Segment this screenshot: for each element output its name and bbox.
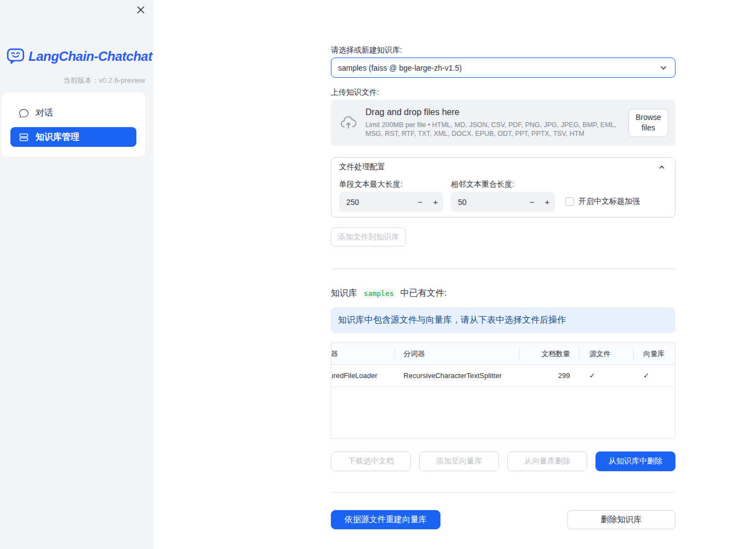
dropzone-hint: Limit 200MB per file • HTML, MD, JSON, C… [365, 121, 623, 138]
column-header-loader: 文档加载器 [331, 343, 394, 364]
cell-splitter: RecursiveCharacterTextSplitter [394, 365, 519, 386]
sidebar: LangChain-Chatchat 当前版本：v0.2.6-preview 对… [0, 0, 153, 549]
column-header-vector-store: 向量库 [633, 343, 675, 364]
table-row[interactable]: UnstructuredFileLoader RecursiveCharacte… [331, 365, 675, 387]
sidebar-close-button[interactable] [136, 5, 146, 15]
chunk-overlap-input[interactable]: 50 − + [451, 192, 555, 212]
chunk-overlap-decrement-button[interactable]: − [524, 192, 540, 212]
sidebar-item-label: 对话 [36, 107, 53, 119]
dropzone-title: Drag and drop files here [365, 107, 623, 117]
chunk-size-label: 单段文本最大长度: [339, 180, 403, 190]
divider [331, 268, 675, 269]
rebuild-vector-store-button[interactable]: 依据源文件重建向量库 [331, 510, 440, 529]
sidebar-menu: 对话 知识库管理 [2, 93, 145, 157]
sidebar-item-label: 知识库管理 [36, 131, 79, 143]
kb-files-table[interactable]: 文档加载器 分词器 文档数量 源文件 向量库 UnstructuredFileL… [331, 342, 675, 439]
zh-title-enhance-checkbox[interactable] [565, 197, 574, 206]
cloud-upload-icon [340, 116, 358, 130]
sidebar-item-kb-management[interactable]: 知识库管理 [10, 127, 136, 147]
file-dropzone[interactable]: Drag and drop files here Limit 200MB per… [331, 100, 675, 146]
chunk-size-input[interactable]: 250 − + [339, 192, 443, 212]
zh-title-enhance-row: 开启中文标题加强 [565, 197, 640, 207]
check-icon: ✓ [589, 371, 595, 380]
chunk-size-value: 250 [346, 198, 413, 207]
cell-loader: UnstructuredFileLoader [331, 365, 394, 386]
cell-source-file-check: ✓ [579, 365, 634, 386]
sidebar-item-dialogue[interactable]: 对话 [10, 103, 136, 123]
chat-icon [19, 108, 28, 118]
chunk-overlap-value: 50 [458, 198, 524, 207]
info-alert-text: 知识库中包含源文件与向量库，请从下表中选择文件后操作 [338, 314, 566, 326]
delete-from-kb-button[interactable]: 从知识库中删除 [595, 451, 675, 471]
info-alert: 知识库中包含源文件与向量库，请从下表中选择文件后操作 [331, 307, 675, 333]
expander-title: 文件处理配置 [339, 162, 657, 172]
version-text: 当前版本：v0.2.6-preview [63, 76, 145, 85]
app-logo: LangChain-Chatchat [7, 48, 152, 65]
browse-files-button[interactable]: Browse files [628, 109, 668, 137]
chatchat-logo-icon [7, 48, 25, 65]
kb-select-label: 请选择或新建知识库: [331, 45, 402, 55]
upload-label: 上传知识文件: [331, 88, 379, 98]
column-header-splitter: 分词器 [394, 343, 519, 364]
file-actions-row: 下载选中文档 添加至向量库 从向量库删除 从知识库中删除 [331, 451, 675, 471]
delete-from-vector-store-button[interactable]: 从向量库删除 [507, 451, 587, 471]
kb-selectbox[interactable]: samples (faiss @ bge-large-zh-v1.5) [331, 58, 675, 78]
check-icon: ✓ [643, 371, 649, 380]
close-icon [137, 6, 145, 14]
file-config-expander-header[interactable]: 文件处理配置 [331, 158, 675, 175]
column-header-source-file: 源文件 [579, 343, 634, 364]
chunk-size-decrement-button[interactable]: − [413, 192, 428, 212]
kb-selectbox-value: samples (faiss @ bge-large-zh-v1.5) [338, 64, 658, 72]
divider [331, 492, 675, 493]
knowledge-base-icon [19, 133, 28, 142]
kb-name-code: samples [362, 288, 396, 299]
kb-files-heading-prefix: 知识库 [331, 288, 357, 299]
table-header: 文档加载器 分词器 文档数量 源文件 向量库 [331, 343, 675, 365]
delete-kb-button[interactable]: 删除知识库 [567, 510, 675, 529]
chevron-down-icon [658, 63, 668, 73]
kb-files-heading: 知识库 samples 中已有文件: [331, 288, 446, 299]
version-value: v0.2.6-preview [99, 76, 145, 84]
version-label: 当前版本： [63, 76, 99, 84]
cell-vector-store-check: ✓ [633, 365, 675, 386]
chunk-overlap-label: 相邻文本重合长度: [451, 180, 514, 190]
dropzone-texts: Drag and drop files here Limit 200MB per… [358, 107, 628, 138]
zh-title-enhance-label: 开启中文标题加强 [579, 197, 640, 207]
chevron-up-icon [657, 163, 666, 171]
chunk-size-increment-button[interactable]: + [428, 192, 443, 212]
add-to-vector-store-button[interactable]: 添加至向量库 [419, 451, 499, 471]
column-header-doc-count: 文档数量 [519, 343, 579, 364]
cell-doc-count: 299 [519, 365, 579, 386]
main-content: 请选择或新建知识库: samples (faiss @ bge-large-zh… [331, 0, 675, 549]
add-files-to-kb-button[interactable]: 添加文件到知识库 [331, 227, 406, 247]
download-selected-button[interactable]: 下载选中文档 [331, 451, 411, 471]
kb-files-heading-suffix: 中已有文件: [400, 288, 446, 299]
chunk-overlap-increment-button[interactable]: + [540, 192, 555, 212]
file-config-expander: 文件处理配置 单段文本最大长度: 相邻文本重合长度: 250 − + 50 − … [331, 157, 675, 218]
app-logo-text: LangChain-Chatchat [28, 49, 152, 64]
